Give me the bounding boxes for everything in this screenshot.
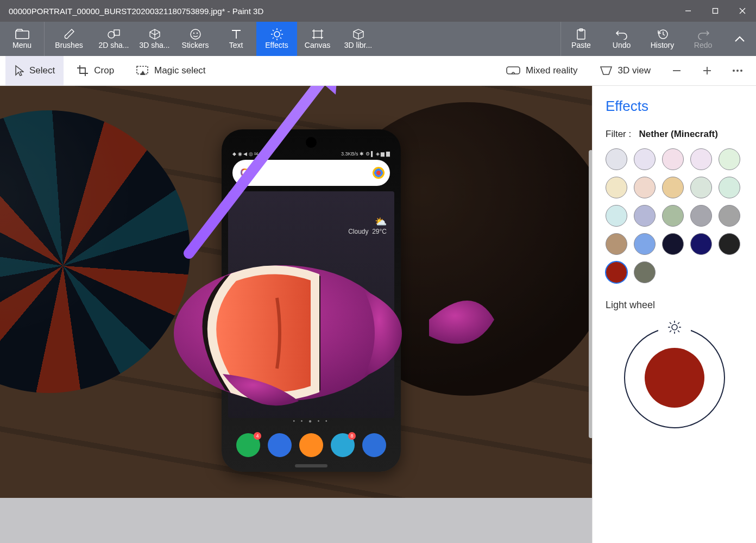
magic-select-icon bbox=[136, 65, 149, 76]
close-button[interactable] bbox=[729, 0, 756, 22]
magic-label: Magic select bbox=[154, 65, 205, 76]
ribbon-tab-text[interactable]: Text bbox=[216, 22, 256, 56]
weather-widget: ⛅ Cloudy 29°C bbox=[348, 216, 387, 235]
canvas-area[interactable]: ◆ ◉ ◀ ◎ ✉ ☰ ⋯ 3.3KB/s ✱ ⚙ ▌ ◈ ▆ ▇ G ⛅ Cl… bbox=[0, 86, 592, 543]
filter-swatch[interactable] bbox=[606, 205, 627, 227]
mixed-label: Mixed reality bbox=[526, 65, 577, 76]
filter-swatch[interactable] bbox=[719, 177, 740, 198]
svg-line-39 bbox=[678, 322, 679, 324]
filter-swatch[interactable] bbox=[634, 205, 656, 227]
sun-icon[interactable] bbox=[667, 320, 682, 335]
crop-label: Crop bbox=[94, 65, 114, 76]
phone-notch bbox=[306, 137, 317, 148]
collapse-ribbon-button[interactable] bbox=[723, 22, 756, 56]
ribbon-label: Stickers bbox=[182, 41, 209, 49]
crop-tool[interactable]: Crop bbox=[68, 56, 123, 85]
svg-rect-1 bbox=[713, 9, 718, 14]
microphone-icon bbox=[373, 167, 385, 179]
google-logo: G bbox=[240, 166, 249, 180]
menu-label: Menu bbox=[12, 41, 32, 49]
filter-swatch[interactable] bbox=[690, 148, 712, 170]
filter-swatch[interactable] bbox=[662, 148, 684, 170]
filter-swatch[interactable] bbox=[690, 205, 712, 227]
ribbon-tab-3d-library[interactable]: 3D libr... bbox=[338, 22, 379, 56]
history-button[interactable]: History bbox=[642, 22, 683, 56]
title-bar: 00000PORTRAIT_00000_BURST202003211807538… bbox=[0, 0, 756, 22]
filter-name: Nether (Minecraft) bbox=[639, 129, 717, 139]
svg-point-9 bbox=[196, 32, 197, 33]
library-icon bbox=[352, 29, 364, 40]
sub-toolbar: Select Crop Magic select Mixed reality 3… bbox=[0, 56, 756, 86]
sticker-icon bbox=[190, 29, 201, 40]
filter-swatch[interactable] bbox=[606, 261, 627, 283]
cursor-icon bbox=[14, 65, 24, 77]
canvas-scrollbar[interactable] bbox=[589, 150, 592, 438]
svg-line-40 bbox=[670, 330, 671, 332]
canvas[interactable]: ◆ ◉ ◀ ◎ ✉ ☰ ⋯ 3.3KB/s ✱ ⚙ ▌ ◈ ▆ ▇ G ⛅ Cl… bbox=[0, 86, 592, 498]
minimize-button[interactable] bbox=[675, 0, 702, 22]
filter-swatch[interactable] bbox=[662, 205, 684, 227]
filter-swatch[interactable] bbox=[690, 233, 712, 255]
brush-icon bbox=[63, 29, 75, 40]
filter-swatch[interactable] bbox=[719, 233, 740, 255]
svg-line-17 bbox=[280, 30, 281, 31]
filter-swatch[interactable] bbox=[606, 233, 627, 255]
select-tool[interactable]: Select bbox=[5, 56, 64, 85]
notification-badge: 8 bbox=[348, 432, 356, 440]
filter-swatch[interactable] bbox=[606, 177, 627, 198]
filter-swatch[interactable] bbox=[690, 177, 712, 198]
menu-button[interactable]: Menu bbox=[0, 22, 45, 56]
filter-swatches bbox=[606, 148, 743, 283]
3d-view-button[interactable]: 3D view bbox=[591, 56, 659, 85]
filter-swatch[interactable] bbox=[606, 148, 627, 170]
minus-icon bbox=[672, 66, 682, 76]
paste-button[interactable]: Paste bbox=[560, 22, 601, 56]
crop-icon bbox=[77, 65, 89, 77]
filter-swatch[interactable] bbox=[634, 177, 656, 198]
maximize-button[interactable] bbox=[702, 0, 729, 22]
ribbon-tab-brushes[interactable]: Brushes bbox=[45, 22, 93, 56]
redo-icon bbox=[697, 29, 710, 40]
svg-point-29 bbox=[736, 70, 739, 72]
page-indicator: • • ● • • bbox=[228, 418, 394, 424]
filter-swatch[interactable] bbox=[662, 177, 684, 198]
light-wheel-center[interactable] bbox=[645, 348, 704, 408]
more-options-button[interactable] bbox=[724, 58, 751, 84]
undo-button[interactable]: Undo bbox=[601, 22, 642, 56]
magic-select-tool[interactable]: Magic select bbox=[127, 56, 214, 85]
svg-point-28 bbox=[733, 70, 735, 72]
shapes-2d-icon bbox=[108, 29, 121, 40]
ribbon-label: 2D sha... bbox=[98, 41, 129, 49]
ribbon-tab-2d-shapes[interactable]: 2D sha... bbox=[93, 22, 134, 56]
svg-rect-24 bbox=[507, 67, 520, 74]
ribbon-tab-stickers[interactable]: Stickers bbox=[175, 22, 216, 56]
filter-swatch[interactable] bbox=[719, 148, 740, 170]
canvas-bottom-margin bbox=[0, 498, 592, 543]
light-wheel[interactable] bbox=[618, 321, 732, 435]
home-indicator bbox=[295, 464, 327, 467]
status-right: 3.3KB/s ✱ ⚙ ▌ ◈ ▆ ▇ bbox=[341, 151, 390, 157]
ribbon-tab-effects[interactable]: Effects bbox=[256, 22, 297, 56]
svg-line-16 bbox=[280, 38, 281, 39]
filter-swatch[interactable] bbox=[634, 148, 656, 170]
effects-panel: Effects Filter : Nether (Minecraft) Ligh… bbox=[592, 86, 756, 543]
phone-wallpaper: ⛅ Cloudy 29°C bbox=[228, 191, 394, 418]
filter-swatch[interactable] bbox=[634, 261, 656, 283]
svg-rect-19 bbox=[314, 31, 322, 38]
filter-swatch[interactable] bbox=[719, 205, 740, 227]
mixed-reality-button[interactable]: Mixed reality bbox=[497, 56, 586, 85]
ribbon-tab-3d-shapes[interactable]: 3D sha... bbox=[134, 22, 175, 56]
ribbon-label: 3D sha... bbox=[139, 41, 169, 49]
filter-swatch[interactable] bbox=[634, 233, 656, 255]
window-title: 00000PORTRAIT_00000_BURST202003211807538… bbox=[9, 7, 263, 16]
light-wheel-label: Light wheel bbox=[606, 299, 743, 311]
zoom-in-button[interactable] bbox=[694, 58, 720, 84]
svg-point-30 bbox=[740, 70, 742, 72]
ribbon-tab-canvas[interactable]: Canvas bbox=[297, 22, 338, 56]
svg-rect-4 bbox=[16, 31, 29, 39]
svg-line-18 bbox=[273, 38, 274, 39]
filter-swatch[interactable] bbox=[662, 233, 684, 255]
ribbon: Menu Brushes 2D sha... 3D sha... Sticker… bbox=[0, 22, 756, 56]
phone-dock: 48 bbox=[228, 428, 394, 462]
zoom-out-button[interactable] bbox=[664, 58, 690, 84]
